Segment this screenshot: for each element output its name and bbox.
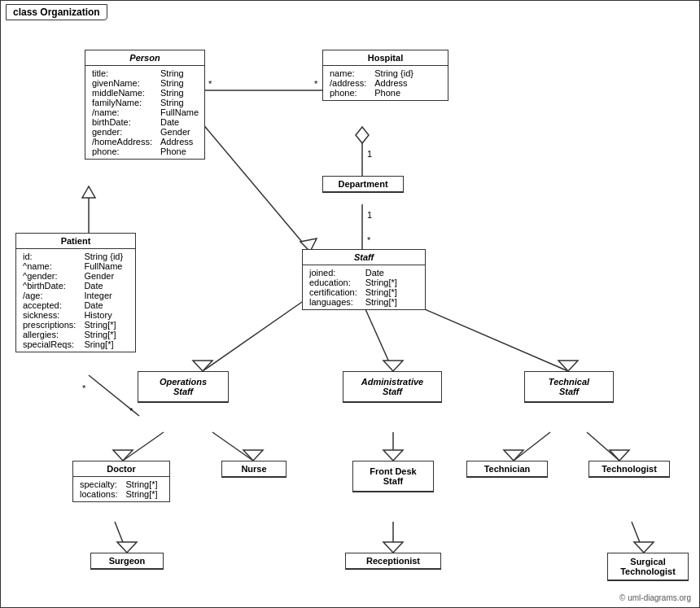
svg-text:1: 1 bbox=[367, 210, 372, 220]
surgeon-class: Surgeon bbox=[90, 553, 164, 570]
diagram-title: class Organization bbox=[6, 4, 107, 20]
svg-marker-35 bbox=[634, 542, 654, 553]
svg-line-22 bbox=[212, 432, 253, 461]
patient-title: Patient bbox=[16, 234, 135, 249]
hospital-attrs: name:String {id} /address:Address phone:… bbox=[323, 66, 448, 100]
svg-line-30 bbox=[115, 522, 127, 553]
svg-text:*: * bbox=[208, 79, 212, 89]
department-class: Department bbox=[322, 176, 404, 193]
svg-line-12 bbox=[202, 123, 310, 252]
surgical-technologist-class: SurgicalTechnologist bbox=[607, 553, 689, 581]
person-title: Person bbox=[85, 50, 204, 66]
hospital-class: Hospital name:String {id} /address:Addre… bbox=[322, 50, 448, 101]
person-attrs: title:String givenName:String middleName… bbox=[85, 66, 204, 159]
receptionist-title: Receptionist bbox=[346, 553, 440, 569]
nurse-class: Nurse bbox=[221, 461, 287, 478]
svg-marker-29 bbox=[610, 450, 629, 461]
person-class: Person title:String givenName:String mid… bbox=[85, 50, 205, 160]
hospital-title: Hospital bbox=[323, 50, 448, 66]
operations-staff-class: OperationsStaff bbox=[138, 371, 229, 403]
technical-staff-class: TechnicalStaff bbox=[524, 371, 614, 403]
doctor-attrs: specialty:String[*] locations:String[*] bbox=[73, 477, 169, 501]
svg-text:1: 1 bbox=[367, 149, 372, 159]
receptionist-class: Receptionist bbox=[345, 553, 441, 570]
patient-attrs: id:String {id} ^name:FullName ^gender:Ge… bbox=[16, 249, 135, 352]
administrative-staff-title: AdministrativeStaff bbox=[343, 372, 441, 402]
doctor-class: Doctor specialty:String[*] locations:Str… bbox=[72, 461, 170, 502]
svg-marker-4 bbox=[356, 127, 369, 143]
svg-marker-31 bbox=[117, 542, 137, 553]
svg-text:*: * bbox=[129, 406, 133, 416]
department-title: Department bbox=[323, 177, 403, 192]
technical-staff-title: TechnicalStaff bbox=[525, 372, 613, 402]
svg-text:*: * bbox=[367, 235, 371, 245]
nurse-title: Nurse bbox=[222, 461, 286, 477]
surgeon-title: Surgeon bbox=[91, 553, 163, 569]
technologist-title: Technologist bbox=[589, 461, 669, 477]
svg-marker-25 bbox=[383, 450, 403, 461]
svg-marker-21 bbox=[113, 450, 133, 461]
copyright: © uml-diagrams.org bbox=[619, 593, 691, 602]
svg-marker-23 bbox=[243, 450, 263, 461]
technologist-class: Technologist bbox=[588, 461, 670, 478]
front-desk-staff-class: Front DeskStaff bbox=[352, 461, 434, 492]
svg-marker-27 bbox=[504, 450, 523, 461]
svg-line-16 bbox=[362, 302, 393, 371]
front-desk-staff-title: Front DeskStaff bbox=[353, 461, 433, 492]
doctor-title: Doctor bbox=[73, 461, 169, 477]
svg-line-34 bbox=[632, 522, 644, 553]
staff-title: Staff bbox=[303, 250, 425, 265]
patient-class: Patient id:String {id} ^name:FullName ^g… bbox=[15, 233, 136, 352]
svg-line-36 bbox=[89, 375, 139, 416]
administrative-staff-class: AdministrativeStaff bbox=[343, 371, 442, 403]
svg-text:*: * bbox=[82, 383, 86, 393]
staff-attrs: joined:Date education:String[*] certific… bbox=[303, 265, 425, 309]
operations-staff-title: OperationsStaff bbox=[138, 372, 228, 402]
technician-title: Technician bbox=[467, 461, 547, 477]
surgical-technologist-title: SurgicalTechnologist bbox=[608, 553, 688, 580]
technician-class: Technician bbox=[466, 461, 548, 478]
svg-line-28 bbox=[587, 432, 619, 461]
staff-class: Staff joined:Date education:String[*] ce… bbox=[302, 249, 426, 310]
svg-line-20 bbox=[123, 432, 164, 461]
svg-line-26 bbox=[514, 432, 550, 461]
svg-text:*: * bbox=[314, 79, 318, 89]
svg-line-14 bbox=[203, 302, 302, 371]
svg-marker-33 bbox=[383, 542, 403, 553]
svg-marker-11 bbox=[82, 186, 95, 198]
svg-marker-19 bbox=[558, 361, 578, 371]
svg-marker-17 bbox=[383, 361, 403, 371]
svg-marker-15 bbox=[193, 361, 212, 371]
diagram-container: class Organization * * 1 * 1 * bbox=[0, 0, 700, 608]
svg-line-18 bbox=[408, 302, 568, 371]
